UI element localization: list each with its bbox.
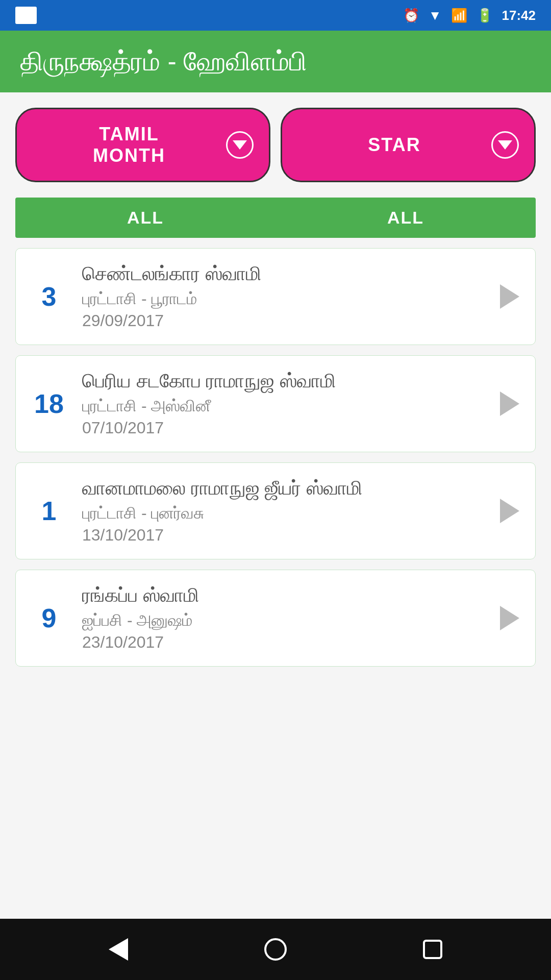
list-item[interactable]: 3 செண்டலங்கார ஸ்வாமி புரட்டாசி - பூராடம்… <box>15 248 536 345</box>
item-sub: ஐப்பசி - அனுஷம் <box>82 611 484 630</box>
col-header-left: ALL <box>15 198 276 238</box>
column-headers: ALL ALL <box>15 198 536 238</box>
star-label: STAR <box>297 134 491 156</box>
item-name: செண்டலங்கார ஸ்வாமி <box>82 263 484 285</box>
battery-icon: 🔋 <box>477 8 493 23</box>
recents-icon <box>423 940 442 959</box>
tamil-month-button[interactable]: TAMILMONTH <box>15 108 270 182</box>
star-dropdown-icon <box>491 131 519 159</box>
item-details: ரங்கப்ப ஸ்வாமி ஐப்பசி - அனுஷம் 23/10/201… <box>72 584 494 652</box>
list-container: 3 செண்டலங்கார ஸ்வாமி புரட்டாசி - பூராடம்… <box>15 248 536 667</box>
item-sub: புரட்டாசி - புனர்வசு <box>82 504 484 523</box>
svg-marker-4 <box>498 140 512 150</box>
arrow-right-icon <box>500 391 519 416</box>
item-number: 1 <box>26 496 72 526</box>
item-number: 9 <box>26 603 72 633</box>
list-item[interactable]: 18 பெரிய சடகோப ராமாநுஜ ஸ்வாமி புரட்டாசி … <box>15 355 536 452</box>
alarm-icon: ⏰ <box>403 8 419 23</box>
item-arrow <box>494 499 525 523</box>
item-name: பெரிய சடகோப ராமாநுஜ ஸ்வாமி <box>82 370 484 393</box>
back-button[interactable] <box>109 938 128 961</box>
item-sub: புரட்டாசி - அஸ்வினீ <box>82 397 484 415</box>
time-display: 17:42 <box>502 8 536 23</box>
home-icon <box>264 938 287 961</box>
arrow-right-icon <box>500 284 519 309</box>
arrow-right-icon <box>500 606 519 630</box>
bottom-nav <box>0 919 551 980</box>
list-item[interactable]: 9 ரங்கப்ப ஸ்வாமி ஐப்பசி - அனுஷம் 23/10/2… <box>15 570 536 667</box>
item-date: 29/09/2017 <box>82 311 484 330</box>
arrow-right-icon <box>500 499 519 523</box>
app-header: திருநக்ஷத்ரம் - ஹேவிளம்பி <box>0 31 551 92</box>
signal-icon: 📶 <box>451 8 467 23</box>
item-details: செண்டலங்கார ஸ்வாமி புரட்டாசி - பூராடம் 2… <box>72 263 494 330</box>
status-bar: ⏰ ▼ 📶 🔋 17:42 <box>0 0 551 31</box>
back-icon <box>109 938 128 961</box>
status-bar-right: ⏰ ▼ 📶 🔋 17:42 <box>403 8 536 23</box>
svg-marker-3 <box>233 140 247 150</box>
item-number: 3 <box>26 281 72 312</box>
recents-button[interactable] <box>423 940 442 959</box>
item-name: ரங்கப்ப ஸ்வாமி <box>82 584 484 607</box>
svg-rect-2 <box>24 10 28 12</box>
item-date: 23/10/2017 <box>82 633 484 652</box>
wifi-icon: ▼ <box>429 8 442 23</box>
item-arrow <box>494 391 525 416</box>
status-bar-left <box>15 7 37 24</box>
item-date: 07/10/2017 <box>82 419 484 437</box>
tamil-month-label: TAMILMONTH <box>32 124 226 166</box>
home-button[interactable] <box>264 938 287 961</box>
main-content: TAMILMONTH STAR ALL ALL 3 செண்டலங்கார <box>0 92 551 919</box>
filter-row: TAMILMONTH STAR <box>15 108 536 182</box>
tamil-month-dropdown-icon <box>226 131 254 159</box>
item-arrow <box>494 606 525 630</box>
item-arrow <box>494 284 525 309</box>
svg-point-1 <box>23 13 29 18</box>
item-number: 18 <box>26 388 72 419</box>
col-header-right: ALL <box>276 198 536 238</box>
star-button[interactable]: STAR <box>281 108 536 182</box>
app-title: திருநக்ஷத்ரம் - ஹேவிளம்பி <box>20 46 531 77</box>
item-sub: புரட்டாசி - பூராடம் <box>82 289 484 308</box>
item-details: வானமாமலை ராமாநுஜ ஜீயர் ஸ்வாமி புரட்டாசி … <box>72 477 494 545</box>
list-item[interactable]: 1 வானமாமலை ராமாநுஜ ஜீயர் ஸ்வாமி புரட்டாச… <box>15 462 536 559</box>
item-date: 13/10/2017 <box>82 526 484 545</box>
item-name: வானமாமலை ராமாநுஜ ஜீயர் ஸ்வாமி <box>82 477 484 500</box>
item-details: பெரிய சடகோப ராமாநுஜ ஸ்வாமி புரட்டாசி - அ… <box>72 370 494 437</box>
photo-icon <box>15 7 37 24</box>
